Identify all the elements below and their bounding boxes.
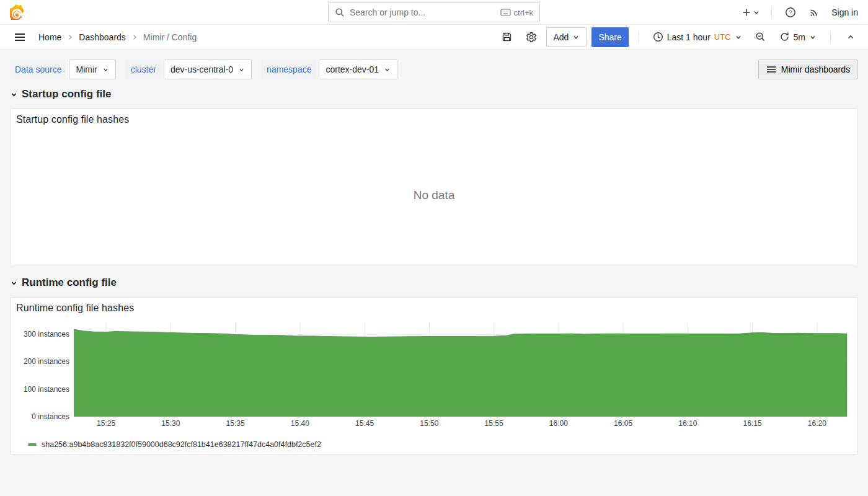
x-tick-label: 15:55 xyxy=(485,419,503,428)
variable-datasource-value: Mimir xyxy=(76,64,97,74)
variable-namespace-value: cortex-dev-01 xyxy=(326,64,379,74)
chevron-down-icon xyxy=(10,279,18,287)
search-input[interactable]: Search or jump to... ctrl+k xyxy=(328,2,540,22)
y-axis: 300 instances200 instances100 instances0… xyxy=(16,322,74,438)
x-tick-label: 15:30 xyxy=(161,419,180,428)
list-icon xyxy=(766,65,776,74)
zoom-out-icon xyxy=(755,32,766,42)
x-tick-label: 15:45 xyxy=(355,419,374,428)
plot-area: 15:2515:3015:3515:4015:4515:5015:5516:00… xyxy=(74,322,849,438)
rss-icon xyxy=(808,7,820,18)
time-range-label: Last 1 hour xyxy=(667,32,711,42)
chevron-down-icon xyxy=(572,33,580,41)
dashboard-settings-button[interactable] xyxy=(521,27,541,47)
grafana-logo-icon[interactable] xyxy=(10,4,25,20)
top-nav-bar: Search or jump to... ctrl+k ? xyxy=(0,0,868,25)
sign-in-link[interactable]: Sign in xyxy=(831,7,858,17)
chevron-down-icon xyxy=(238,66,245,73)
divider xyxy=(771,6,772,19)
search-shortcut: ctrl+k xyxy=(514,8,533,17)
breadcrumb: Home Dashboards Mimir / Config xyxy=(38,32,197,42)
x-tick-label: 16:15 xyxy=(743,419,762,428)
x-tick-label: 15:50 xyxy=(420,419,438,428)
chevron-down-icon xyxy=(10,91,18,99)
x-tick-label: 15:40 xyxy=(291,419,309,428)
refresh-icon xyxy=(779,32,790,42)
add-label: Add xyxy=(553,32,569,42)
variable-datasource-label[interactable]: Data source xyxy=(10,60,66,79)
news-button[interactable] xyxy=(804,2,824,22)
chart-legend: sha256:a9b4b8ac831832f0f59000d68c92fcf81… xyxy=(11,438,857,454)
chevron-down-icon xyxy=(384,66,391,73)
refresh-button[interactable]: 5m xyxy=(776,27,820,47)
collapse-toolbar-button[interactable] xyxy=(841,27,861,47)
keyboard-icon xyxy=(500,8,511,17)
variable-cluster: cluster dev-us-central-0 xyxy=(126,60,252,79)
variable-namespace-select[interactable]: cortex-dev-01 xyxy=(319,60,397,79)
panel-startup-title[interactable]: Startup config file hashes xyxy=(16,114,129,125)
y-tick-label: 100 instances xyxy=(24,385,69,394)
y-tick-label: 200 instances xyxy=(24,357,69,366)
y-tick-label: 0 instances xyxy=(32,412,69,421)
zoom-out-time-button[interactable] xyxy=(751,27,771,47)
section-startup-config[interactable]: Startup config file xyxy=(10,84,858,104)
legend-series-label[interactable]: sha256:a9b4b8ac831832f0f59000d68c92fcf81… xyxy=(42,440,321,449)
mimir-dashboards-label: Mimir dashboards xyxy=(781,64,850,74)
time-picker-button[interactable]: Last 1 hour UTC xyxy=(649,27,746,47)
chevron-down-icon xyxy=(809,33,817,41)
chevron-down-icon xyxy=(753,9,760,16)
panel-startup-config-hashes: Startup config file hashes No data xyxy=(10,108,858,265)
y-tick-label: 300 instances xyxy=(24,330,69,339)
chevron-right-icon xyxy=(66,33,74,41)
timeseries-chart: 300 instances200 instances100 instances0… xyxy=(11,314,857,438)
gear-icon xyxy=(526,32,537,43)
chevron-down-icon xyxy=(102,66,109,73)
legend-series-swatch xyxy=(28,443,37,446)
x-tick-label: 15:25 xyxy=(97,419,115,428)
chevron-right-icon xyxy=(131,33,138,41)
variables-row: Data source Mimir cluster dev-us-central… xyxy=(10,60,858,79)
breadcrumb-home[interactable]: Home xyxy=(38,32,61,42)
panel-header: Runtime config file hashes xyxy=(11,298,857,314)
variable-namespace-label[interactable]: namespace xyxy=(262,60,316,79)
help-button[interactable]: ? xyxy=(781,2,800,22)
panel-runtime-config-hashes: Runtime config file hashes 300 instances… xyxy=(10,297,858,455)
timezone-label: UTC xyxy=(714,32,731,42)
variable-cluster-label[interactable]: cluster xyxy=(126,60,161,79)
search-placeholder: Search or jump to... xyxy=(350,7,495,17)
dashboard-content: Data source Mimir cluster dev-us-central… xyxy=(0,50,868,496)
new-button[interactable] xyxy=(739,2,763,22)
breadcrumb-dashboards[interactable]: Dashboards xyxy=(79,32,126,42)
clock-icon xyxy=(653,32,663,42)
panel-header: Startup config file hashes xyxy=(11,109,857,125)
help-icon: ? xyxy=(785,7,796,18)
mimir-dashboards-button[interactable]: Mimir dashboards xyxy=(758,60,858,79)
divider xyxy=(639,31,639,43)
menu-icon xyxy=(13,30,27,44)
panel-body: No data xyxy=(11,125,857,265)
mega-menu-button[interactable] xyxy=(10,27,30,47)
section-startup-title: Startup config file xyxy=(22,88,112,100)
variable-datasource-select[interactable]: Mimir xyxy=(69,60,115,79)
x-tick-label: 16:00 xyxy=(549,419,568,428)
save-icon xyxy=(502,32,512,42)
x-tick-label: 16:20 xyxy=(808,419,826,428)
share-button[interactable]: Share xyxy=(591,27,628,47)
divider xyxy=(830,31,831,43)
save-dashboard-button[interactable] xyxy=(497,27,516,47)
chart-canvas[interactable] xyxy=(74,322,849,417)
x-tick-label: 16:10 xyxy=(678,419,697,428)
variable-cluster-select[interactable]: dev-us-central-0 xyxy=(164,60,252,79)
add-button[interactable]: Add xyxy=(546,27,587,47)
chevron-up-icon xyxy=(846,33,855,42)
x-tick-label: 16:05 xyxy=(614,419,632,428)
chevron-down-icon xyxy=(735,33,742,41)
breadcrumb-current: Mimir / Config xyxy=(143,32,197,42)
dashboard-toolbar: Home Dashboards Mimir / Config Add xyxy=(0,25,868,50)
variable-namespace: namespace cortex-dev-01 xyxy=(262,60,397,79)
variable-datasource: Data source Mimir xyxy=(10,60,116,79)
plus-icon xyxy=(742,7,751,17)
x-axis: 15:2515:3015:3515:4015:4515:5015:5516:00… xyxy=(74,417,849,429)
section-runtime-config[interactable]: Runtime config file xyxy=(10,273,858,293)
panel-runtime-title[interactable]: Runtime config file hashes xyxy=(16,303,134,314)
